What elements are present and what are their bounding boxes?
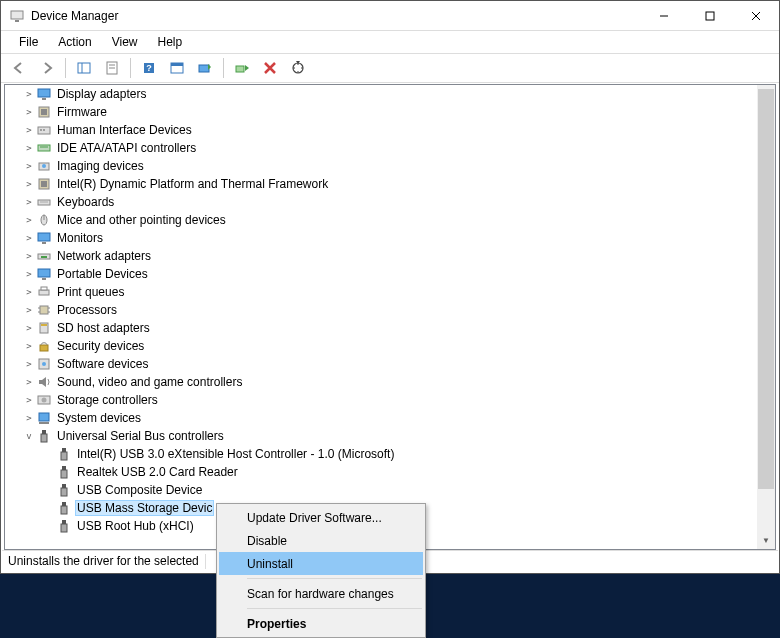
mouse-icon <box>36 212 52 228</box>
help-button[interactable]: ? <box>137 56 161 80</box>
forward-button[interactable] <box>35 56 59 80</box>
svg-rect-36 <box>42 242 46 244</box>
tree-node[interactable]: >Processors <box>5 301 757 319</box>
status-text: Uninstalls the driver for the selected <box>8 554 206 569</box>
tree-child-node[interactable]: Intel(R) USB 3.0 eXtensible Host Control… <box>5 445 757 463</box>
tree-node[interactable]: >System devices <box>5 409 757 427</box>
expand-icon[interactable]: > <box>23 233 35 243</box>
tree-node[interactable]: >Firmware <box>5 103 757 121</box>
close-button[interactable] <box>733 1 779 31</box>
menu-action[interactable]: Action <box>48 33 101 51</box>
svg-point-54 <box>42 398 47 403</box>
menu-help[interactable]: Help <box>148 33 193 51</box>
app-icon <box>9 8 25 24</box>
expand-icon[interactable]: > <box>23 395 35 405</box>
svg-rect-15 <box>199 65 209 72</box>
ctx-properties[interactable]: Properties <box>219 612 423 635</box>
tree-node[interactable]: >Storage controllers <box>5 391 757 409</box>
tree-node-label: Imaging devices <box>55 159 146 173</box>
expand-icon[interactable]: > <box>23 287 35 297</box>
tree-child-node[interactable]: USB Composite Device <box>5 481 757 499</box>
tree-node[interactable]: >Print queues <box>5 283 757 301</box>
toolbar-separator <box>65 58 66 78</box>
svg-point-23 <box>40 129 42 131</box>
expand-icon[interactable]: > <box>23 125 35 135</box>
expand-icon[interactable]: > <box>23 107 35 117</box>
tree-node-label: Storage controllers <box>55 393 160 407</box>
tree-node[interactable]: >Human Interface Devices <box>5 121 757 139</box>
tree-node[interactable]: >Sound, video and game controllers <box>5 373 757 391</box>
tree-node-label: Keyboards <box>55 195 116 209</box>
expand-icon[interactable]: > <box>23 413 35 423</box>
lock-icon <box>36 338 52 354</box>
menu-view[interactable]: View <box>102 33 148 51</box>
expand-icon[interactable]: > <box>23 215 35 225</box>
context-menu: Update Driver Software... Disable Uninst… <box>216 503 426 638</box>
tree-node-usb[interactable]: vUniversal Serial Bus controllers <box>5 427 757 445</box>
maximize-button[interactable] <box>687 1 733 31</box>
tree-node[interactable]: >Display adapters <box>5 85 757 103</box>
expand-icon[interactable]: > <box>23 323 35 333</box>
toolbar-separator <box>223 58 224 78</box>
scan-button[interactable] <box>286 56 310 80</box>
tree-node[interactable]: >Keyboards <box>5 193 757 211</box>
enable-button[interactable] <box>230 56 254 80</box>
minimize-button[interactable] <box>641 1 687 31</box>
tree-node[interactable]: >Security devices <box>5 337 757 355</box>
tree-node[interactable]: >Imaging devices <box>5 157 757 175</box>
tree-node-label: Intel(R) USB 3.0 eXtensible Host Control… <box>75 447 396 461</box>
vertical-scrollbar[interactable]: ▲ ▼ <box>757 85 775 549</box>
tree-node[interactable]: >Intel(R) Dynamic Platform and Thermal F… <box>5 175 757 193</box>
monitor-icon <box>36 266 52 282</box>
tree-node[interactable]: >Network adapters <box>5 247 757 265</box>
expand-icon[interactable]: > <box>23 305 35 315</box>
tree-child-node[interactable]: Realtek USB 2.0 Card Reader <box>5 463 757 481</box>
tree-node[interactable]: >Mice and other pointing devices <box>5 211 757 229</box>
tree-node-label: IDE ATA/ATAPI controllers <box>55 141 198 155</box>
expand-icon[interactable]: > <box>23 197 35 207</box>
expand-icon[interactable]: > <box>23 179 35 189</box>
printer-icon <box>36 284 52 300</box>
tree-node[interactable]: >IDE ATA/ATAPI controllers <box>5 139 757 157</box>
svg-rect-61 <box>62 466 66 470</box>
expand-icon[interactable]: > <box>23 251 35 261</box>
scroll-thumb[interactable] <box>758 89 774 489</box>
ctx-disable[interactable]: Disable <box>219 529 423 552</box>
tree-node[interactable]: >Software devices <box>5 355 757 373</box>
ctx-update-driver[interactable]: Update Driver Software... <box>219 506 423 529</box>
svg-rect-67 <box>62 520 66 524</box>
svg-rect-50 <box>40 345 48 351</box>
tree-node[interactable]: >Portable Devices <box>5 265 757 283</box>
collapse-icon[interactable]: v <box>23 431 35 441</box>
expand-icon[interactable]: > <box>23 341 35 351</box>
show-hide-tree-button[interactable] <box>72 56 96 80</box>
svg-rect-38 <box>41 256 47 258</box>
update-driver-button[interactable] <box>193 56 217 80</box>
expand-icon[interactable]: > <box>23 377 35 387</box>
titlebar[interactable]: Device Manager <box>1 1 779 31</box>
expand-icon[interactable]: > <box>23 269 35 279</box>
ctx-scan[interactable]: Scan for hardware changes <box>219 582 423 605</box>
expand-icon[interactable]: > <box>23 359 35 369</box>
svg-rect-64 <box>61 488 67 496</box>
svg-rect-68 <box>61 524 67 532</box>
action-button[interactable] <box>165 56 189 80</box>
expand-icon[interactable]: > <box>23 161 35 171</box>
ctx-uninstall[interactable]: Uninstall <box>219 552 423 575</box>
scroll-down-arrow[interactable]: ▼ <box>757 531 775 549</box>
svg-rect-39 <box>38 269 50 277</box>
back-button[interactable] <box>7 56 31 80</box>
tree-node[interactable]: >SD host adapters <box>5 319 757 337</box>
properties-button[interactable] <box>100 56 124 80</box>
device-tree[interactable]: >Display adapters>Firmware>Human Interfa… <box>5 85 757 549</box>
expand-icon[interactable]: > <box>23 89 35 99</box>
menubar: File Action View Help <box>1 31 779 53</box>
svg-rect-60 <box>61 452 67 460</box>
tree-node-label: Software devices <box>55 357 150 371</box>
svg-rect-58 <box>41 434 47 442</box>
expand-icon[interactable]: > <box>23 143 35 153</box>
tree-node[interactable]: >Monitors <box>5 229 757 247</box>
uninstall-button[interactable] <box>258 56 282 80</box>
cpu-icon <box>36 302 52 318</box>
menu-file[interactable]: File <box>9 33 48 51</box>
